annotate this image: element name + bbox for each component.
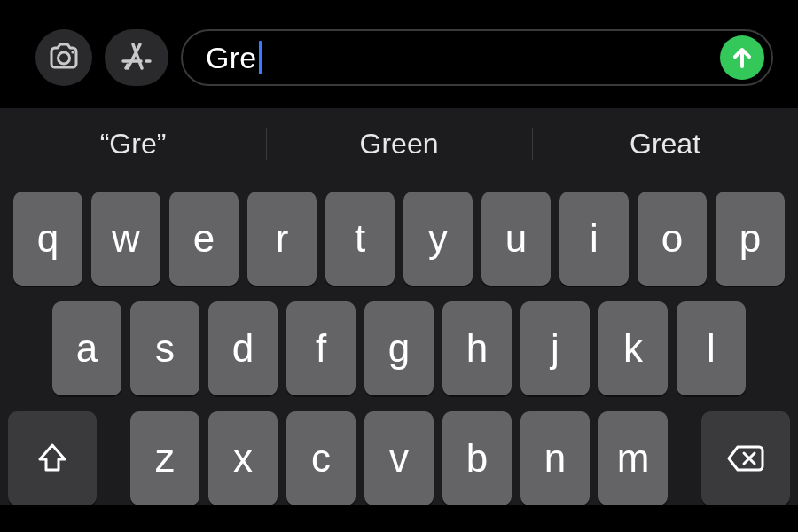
message-input[interactable]: Gre <box>181 29 773 86</box>
key-j[interactable]: j <box>520 301 590 395</box>
key-e[interactable]: e <box>169 192 239 286</box>
camera-button[interactable] <box>35 29 92 86</box>
key-s[interactable]: s <box>130 301 200 395</box>
camera-icon <box>46 43 82 72</box>
key-d[interactable]: d <box>208 301 278 395</box>
key-g[interactable]: g <box>364 301 434 395</box>
key-o[interactable]: o <box>638 192 707 286</box>
send-button[interactable] <box>720 35 764 80</box>
backspace-icon <box>725 443 766 473</box>
key-c[interactable]: c <box>286 411 356 505</box>
shift-key[interactable] <box>8 411 97 505</box>
key-x[interactable]: x <box>208 411 278 505</box>
suggestion-bar: “Gre” Green Great <box>0 108 798 179</box>
backspace-key[interactable] <box>701 411 790 505</box>
key-u[interactable]: u <box>481 192 551 286</box>
key-t[interactable]: t <box>325 192 395 286</box>
appstore-icon <box>120 42 153 74</box>
key-v[interactable]: v <box>364 411 434 505</box>
key-m[interactable]: m <box>598 411 668 505</box>
key-a[interactable]: a <box>52 301 121 395</box>
key-q[interactable]: q <box>13 192 82 286</box>
key-f[interactable]: f <box>286 301 356 395</box>
message-input-value: Gre <box>206 41 262 75</box>
suggestion-1[interactable]: Green <box>266 119 532 168</box>
shift-icon <box>35 442 70 475</box>
arrow-up-icon <box>731 45 754 70</box>
key-b[interactable]: b <box>442 411 512 505</box>
compose-bar: Gre <box>0 0 798 108</box>
key-p[interactable]: p <box>716 192 785 286</box>
key-l[interactable]: l <box>677 301 746 395</box>
keyboard-row-3: z x c v b n m <box>7 411 791 505</box>
key-h[interactable]: h <box>442 301 512 395</box>
key-y[interactable]: y <box>403 192 473 286</box>
key-z[interactable]: z <box>130 411 200 505</box>
svg-point-1 <box>71 51 74 53</box>
keyboard-row-2: a s d f g h j k l <box>7 301 791 395</box>
key-k[interactable]: k <box>598 301 668 395</box>
text-caret <box>259 41 262 74</box>
key-r[interactable]: r <box>247 192 317 286</box>
appstore-button[interactable] <box>105 29 168 86</box>
key-n[interactable]: n <box>520 411 590 505</box>
key-i[interactable]: i <box>559 192 629 286</box>
suggestion-2[interactable]: Great <box>532 119 798 168</box>
keyboard-row-1: q w e r t y u i o p <box>7 192 791 286</box>
svg-point-0 <box>59 52 70 64</box>
suggestion-literal[interactable]: “Gre” <box>0 119 266 168</box>
keyboard: q w e r t y u i o p a s d f g h j k l z … <box>0 179 798 505</box>
key-w[interactable]: w <box>91 192 160 286</box>
